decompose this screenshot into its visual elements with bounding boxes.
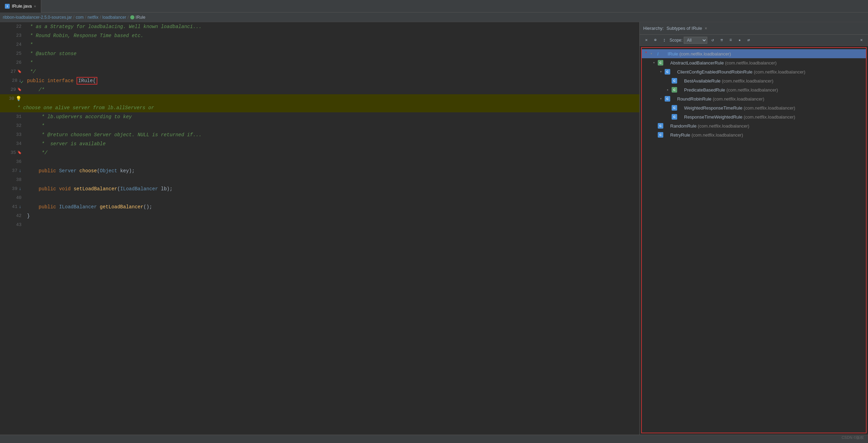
- expand-all-button[interactable]: ⇈: [718, 36, 725, 44]
- tree-item-predicatebased[interactable]: C PredicateBasedRule (com.netflix.loadba…: [642, 85, 866, 94]
- refresh-button[interactable]: ↺: [709, 36, 716, 44]
- abstract-icon: C: [658, 60, 663, 66]
- code-line: 29 🔖 /*: [0, 85, 639, 94]
- concrete-icon: C: [672, 78, 677, 84]
- breadcrumb-irule: IRule: [136, 15, 145, 20]
- tab-java-icon: I: [5, 4, 10, 9]
- navigate-button[interactable]: ⇄: [745, 36, 752, 44]
- tree-label-predicatebased: PredicateBasedRule (com.netflix.loadbala…: [684, 87, 778, 93]
- tree-expand-abstractlb[interactable]: [652, 60, 656, 65]
- tree-expand-responsetimeweighted: [665, 114, 670, 119]
- tree-label-abstractlb: AbstractLoadBalancerRule (com.netflix.lo…: [670, 60, 777, 66]
- tree-expand-clientconfig[interactable]: [658, 69, 663, 74]
- tree-item-bestavailable[interactable]: C BestAvailableRule (com.netflix.loadbal…: [642, 76, 866, 85]
- bookmark-icon: 🔖: [17, 67, 21, 76]
- collapse-button[interactable]: ≡: [727, 36, 734, 44]
- tree-expand-randomrule: [652, 123, 656, 128]
- abstract-icon: C: [672, 87, 677, 93]
- pin-button[interactable]: ★: [736, 36, 743, 44]
- line-gutter: 22: [0, 22, 24, 31]
- breadcrumb-netflix[interactable]: netflix: [88, 15, 98, 20]
- hierarchy-tree[interactable]: * I IRule (com.netflix.loadbalancer) C: [641, 47, 867, 433]
- code-line: 27 🔖 */: [0, 67, 639, 76]
- code-line: 36: [0, 157, 639, 166]
- tab-close-button[interactable]: ×: [34, 4, 36, 8]
- arrow-down-icon: ↓: [19, 184, 21, 193]
- code-line: 23 * Round Robin, Response Time based et…: [0, 31, 639, 40]
- tree-expand-predicatebased[interactable]: [665, 87, 670, 92]
- tree-label-randomrule: RandomRule (com.netflix.loadbalancer): [670, 123, 749, 129]
- concrete-icon: C: [672, 114, 677, 120]
- tab-label: IRule.java: [12, 3, 32, 9]
- hierarchy-header: Hierarchy: Subtypes of IRule ×: [640, 22, 868, 35]
- sort-button[interactable]: ↕: [661, 36, 668, 44]
- main-container: I IRule.java × ribbon-loadbalancer-2.5.0…: [0, 0, 868, 443]
- code-lines: 22 * as a Strategy for loadbalacing. Wel…: [0, 22, 639, 229]
- concrete-icon: C: [665, 69, 670, 75]
- bulb-icon: 💡: [16, 94, 21, 103]
- tab-bar: I IRule.java ×: [0, 0, 868, 12]
- close-panel-button[interactable]: ✕: [858, 36, 865, 44]
- code-line: 32 *: [0, 121, 639, 130]
- code-line: 37 ↓ public Server choose(Object key);: [0, 166, 639, 175]
- tree-expand-weightedresponse: [665, 105, 670, 110]
- scope-select[interactable]: All Project: [684, 37, 707, 44]
- tree-item-weightedresponse[interactable]: C WeightedResponseTimeRule (com.netflix.…: [642, 103, 866, 112]
- tree-item-clientconfig[interactable]: C ClientConfigEnabledRoundRobinRule (com…: [642, 67, 866, 76]
- hierarchy-close-button[interactable]: ×: [705, 26, 707, 31]
- tree-label-retryrule: RetryRule (com.netflix.loadbalancer): [670, 132, 743, 138]
- hierarchy-toolbar: ✕ ⊕ ↕ Scope: All Project ↺ ⇈ ≡ ★ ⇄ ✕: [640, 35, 868, 46]
- code-line: 30 💡 * choose one alive server from lb.a…: [0, 94, 639, 112]
- expand-button[interactable]: ⊕: [652, 36, 659, 44]
- watermark: CSDN ©版权: [842, 435, 864, 440]
- code-line: 38: [0, 175, 639, 184]
- code-line: 42 }: [0, 211, 639, 220]
- tree-label-bestavailable: BestAvailableRule (com.netflix.loadbalan…: [684, 78, 773, 84]
- tree-item-roundrobin[interactable]: C RoundRobinRule (com.netflix.loadbalanc…: [642, 94, 866, 103]
- tree-expand-roundrobin[interactable]: [658, 96, 663, 101]
- content-area: 22 * as a Strategy for loadbalacing. Wel…: [0, 22, 868, 435]
- tree-item-abstractlb[interactable]: C AbstractLoadBalancerRule (com.netflix.…: [642, 58, 866, 67]
- tree-expand-bestavailable: [665, 78, 670, 83]
- tree-item-responsetimeweighted[interactable]: C ResponseTimeWeightedRule (com.netflix.…: [642, 112, 866, 121]
- concrete-icon: C: [665, 96, 670, 102]
- code-line: 24 *: [0, 40, 639, 49]
- tree-item-irule[interactable]: * I IRule (com.netflix.loadbalancer): [642, 49, 866, 58]
- breadcrumb-loadbalancer[interactable]: loadbalancer: [103, 15, 126, 20]
- code-line: 25 * @author stonse: [0, 49, 639, 58]
- code-line: 26 *: [0, 58, 639, 67]
- tree-item-randomrule[interactable]: C RandomRule (com.netflix.loadbalancer): [642, 121, 866, 130]
- scope-label: Scope:: [670, 38, 682, 43]
- tree-item-retryrule[interactable]: C RetryRule (com.netflix.loadbalancer): [642, 130, 866, 139]
- concrete-icon: C: [658, 132, 663, 138]
- code-line: 33 * @return choosen Server object. NULL…: [0, 130, 639, 139]
- code-line: 31 * lb.upServers according to key: [0, 112, 639, 121]
- code-line: 34 * server is available: [0, 139, 639, 148]
- interface-icon: I: [655, 51, 661, 57]
- code-line: 22 * as a Strategy for loadbalacing. Wel…: [0, 22, 639, 31]
- code-line: 35 🔖 */: [0, 148, 639, 157]
- code-line: 40: [0, 193, 639, 202]
- irule-tab[interactable]: I IRule.java ×: [0, 0, 41, 12]
- tree-label-weightedresponse: WeightedResponseTimeRule (com.netflix.lo…: [684, 105, 795, 111]
- tree-expand-irule[interactable]: [649, 51, 654, 56]
- tree-expand-retryrule: [652, 132, 656, 137]
- breadcrumb-com[interactable]: com: [76, 15, 84, 20]
- hierarchy-subtitle: Subtypes of IRule ×: [666, 26, 707, 31]
- hierarchy-panel: Hierarchy: Subtypes of IRule × ✕ ⊕ ↕ Sco…: [639, 22, 868, 435]
- code-editor[interactable]: 22 * as a Strategy for loadbalacing. Wel…: [0, 22, 639, 435]
- concrete-icon: C: [672, 105, 677, 111]
- close-toolbar-button[interactable]: ✕: [643, 36, 650, 44]
- bookmark-icon: 🔖: [17, 148, 21, 157]
- arrow-down-icon: ↓: [19, 202, 21, 211]
- star-icon: *: [645, 51, 647, 57]
- code-line: 39 ↓ public void setLoadBalancer(ILoadBa…: [0, 184, 639, 193]
- tree-label-irule: IRule (com.netflix.loadbalancer): [667, 51, 731, 57]
- tree-label-clientconfig: ClientConfigEnabledRoundRobinRule (com.n…: [677, 69, 805, 75]
- tree-label-responsetimeweighted: ResponseTimeWeightedRule (com.netflix.lo…: [684, 114, 795, 120]
- tree-label-roundrobin: RoundRobinRule (com.netflix.loadbalancer…: [677, 96, 764, 102]
- code-line: 41 ↓ public ILoadBalancer getLoadBalance…: [0, 202, 639, 211]
- concrete-icon: C: [658, 123, 663, 129]
- code-line: 28 ↓ ✓ public interface IRule{: [0, 76, 639, 85]
- breadcrumb-jar[interactable]: ribbon-loadbalancer-2.5.0-sources.jar: [3, 15, 72, 20]
